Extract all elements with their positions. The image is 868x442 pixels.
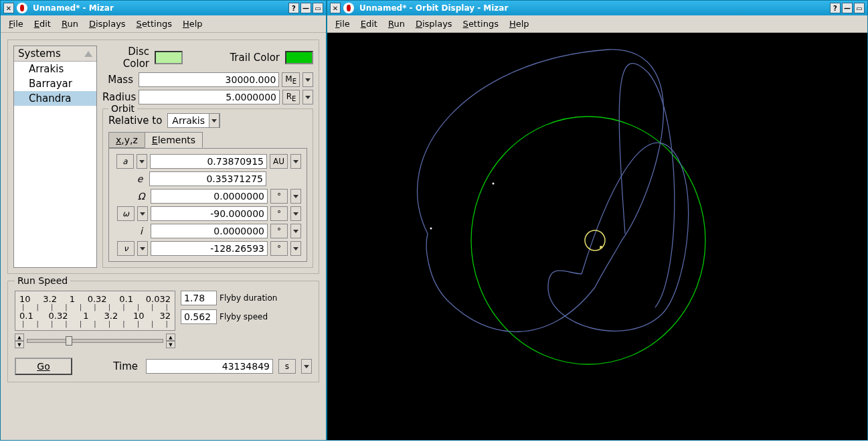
flyby-speed-input[interactable] xyxy=(181,309,217,324)
relative-to-combo[interactable]: Arrakis xyxy=(167,113,220,128)
radius-unit-dropdown[interactable] xyxy=(302,90,313,104)
maximize-icon[interactable]: ▭ xyxy=(313,3,323,13)
tree-item-barrayar[interactable]: Barrayar xyxy=(14,76,96,91)
elem-nu-unit-dd[interactable] xyxy=(290,241,301,256)
trail-color-swatch[interactable] xyxy=(285,51,313,64)
time-input[interactable] xyxy=(146,359,273,374)
elem-omega-unit-dd[interactable] xyxy=(290,206,301,221)
time-unit-dropdown[interactable] xyxy=(301,359,312,374)
elem-i-unit[interactable]: ° xyxy=(270,224,288,238)
close-icon[interactable]: ✕ xyxy=(3,3,14,13)
menu-edit[interactable]: Edit xyxy=(34,19,51,29)
menu-run[interactable]: Run xyxy=(388,19,405,29)
elem-omega-input[interactable] xyxy=(151,206,268,221)
mass-unit-button[interactable]: ME xyxy=(282,72,300,87)
elem-i-unit-dd[interactable] xyxy=(290,224,301,238)
flyby-duration-input[interactable] xyxy=(181,291,217,305)
maximize-icon[interactable]: ▭ xyxy=(854,3,865,13)
menu-help[interactable]: Help xyxy=(183,19,203,29)
minimize-icon[interactable]: — xyxy=(842,3,853,13)
elem-nu-sym[interactable]: ν xyxy=(117,241,135,256)
scale-b1: 0.32 xyxy=(49,311,68,321)
scale-b3: 3.2 xyxy=(104,311,118,321)
flyby-speed-label: Flyby speed xyxy=(220,312,268,321)
window-title-right: Unnamed* - Orbit Display - Mizar xyxy=(357,3,827,13)
app-icon xyxy=(17,3,27,13)
close-icon[interactable]: ✕ xyxy=(330,3,341,13)
speed-slider[interactable]: ▲ ▼ ▲ ▼ xyxy=(15,334,175,348)
orbit-blue-trail-inner xyxy=(548,143,689,331)
window-title: Unnamed* - Mizar xyxy=(30,3,286,13)
elem-i-sym: i xyxy=(135,226,148,236)
menu-displays[interactable]: Displays xyxy=(89,19,126,29)
minimize-icon[interactable]: — xyxy=(300,3,311,13)
elem-e-input[interactable] xyxy=(149,171,266,186)
elem-nu-input[interactable] xyxy=(151,241,268,256)
elem-omega-cap-unit[interactable]: ° xyxy=(270,189,288,204)
mass-unit-dropdown[interactable] xyxy=(302,72,313,87)
top-panel: Systems Arrakis Barrayar Chandra Disc Co… xyxy=(7,40,319,274)
sort-icon[interactable] xyxy=(84,51,92,57)
tab-xyz[interactable]: x,y,z xyxy=(108,132,145,148)
titlebar-right[interactable]: ✕ Unnamed* - Orbit Display - Mizar ? — ▭ xyxy=(327,1,867,15)
radius-label: Radius xyxy=(102,91,136,103)
orbit-fieldset: Orbit Relative to Arrakis x,y,z Elements xyxy=(102,108,313,268)
menu-displays[interactable]: Displays xyxy=(416,19,452,29)
menu-file[interactable]: File xyxy=(9,19,23,29)
tree-item-arrakis[interactable]: Arrakis xyxy=(14,62,96,76)
scale-t5: 0.032 xyxy=(146,294,171,304)
help-icon[interactable]: ? xyxy=(288,3,299,13)
elem-omega-cap-sym: Ω xyxy=(135,191,148,202)
app-icon xyxy=(343,3,354,13)
systems-tree[interactable]: Systems Arrakis Barrayar Chandra xyxy=(13,46,97,268)
elem-a-input[interactable] xyxy=(150,154,267,169)
slider-down2-icon[interactable]: ▼ xyxy=(166,341,175,348)
slider-down-icon[interactable]: ▼ xyxy=(15,341,24,348)
radius-unit-button[interactable]: RE xyxy=(282,90,300,104)
scale-t3: 0.32 xyxy=(88,294,107,304)
elem-a-unit-dd[interactable] xyxy=(290,154,301,169)
body-white-dot-1 xyxy=(493,183,495,185)
body-white-dot-2 xyxy=(430,228,432,230)
systems-header[interactable]: Systems xyxy=(14,46,96,62)
mass-input[interactable] xyxy=(139,72,279,87)
elem-omega-sym-dd[interactable] xyxy=(137,206,148,221)
go-button[interactable]: Go xyxy=(15,358,72,375)
elem-omega-cap-input[interactable] xyxy=(151,189,268,204)
titlebar[interactable]: ✕ Unnamed* - Mizar ? — ▭ xyxy=(1,1,326,15)
elem-nu-sym-dd[interactable] xyxy=(137,241,148,256)
elem-a-sym-dd[interactable] xyxy=(137,154,147,169)
slider-up2-icon[interactable]: ▲ xyxy=(166,334,175,341)
menubar-right: File Edit Run Displays Settings Help xyxy=(327,15,867,33)
orbit-canvas[interactable] xyxy=(327,33,867,440)
elem-a-sym[interactable]: a xyxy=(116,154,134,169)
elem-nu-unit[interactable]: ° xyxy=(270,241,288,256)
scale-b4: 10 xyxy=(133,311,145,321)
help-icon[interactable]: ? xyxy=(830,3,841,13)
slider-thumb[interactable] xyxy=(66,336,72,346)
elem-omega-unit[interactable]: ° xyxy=(270,206,288,221)
menu-edit[interactable]: Edit xyxy=(361,19,377,29)
time-unit-button[interactable]: s xyxy=(278,359,296,374)
disc-color-label: Disc Color xyxy=(102,46,152,70)
elem-a-unit[interactable]: AU xyxy=(270,154,288,169)
properties-panel: Disc Color Trail Color Mass ME Radius RE xyxy=(102,46,313,268)
menu-help[interactable]: Help xyxy=(509,19,529,29)
tree-item-chandra[interactable]: Chandra xyxy=(14,91,96,106)
slider-track[interactable] xyxy=(27,339,163,343)
elem-omega-cap-unit-dd[interactable] xyxy=(290,189,301,204)
elem-omega-sym[interactable]: ω xyxy=(117,206,135,221)
elem-i-input[interactable] xyxy=(151,224,268,238)
menu-settings[interactable]: Settings xyxy=(137,19,172,29)
elements-grid: a AU e Ω xyxy=(108,148,307,262)
radius-input[interactable] xyxy=(139,90,280,104)
orbit-blue-trail-2 xyxy=(619,64,675,307)
disc-color-swatch[interactable] xyxy=(155,51,183,64)
tab-elements[interactable]: Elements xyxy=(145,132,203,148)
relative-to-dropdown-icon[interactable] xyxy=(209,113,220,128)
menu-settings[interactable]: Settings xyxy=(463,19,499,29)
menu-run[interactable]: Run xyxy=(62,19,78,29)
slider-up-icon[interactable]: ▲ xyxy=(15,334,24,341)
menu-file[interactable]: File xyxy=(335,19,350,29)
flyby-duration-label: Flyby duration xyxy=(220,293,277,303)
